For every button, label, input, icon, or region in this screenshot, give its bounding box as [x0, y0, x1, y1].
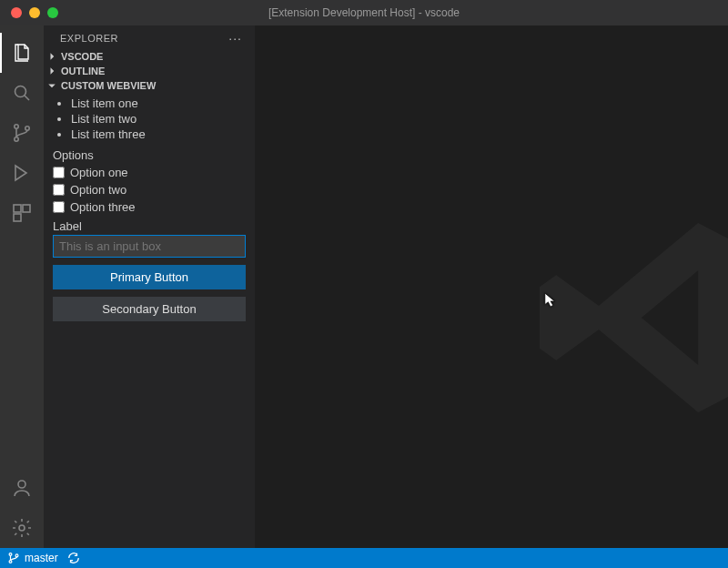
svg-point-9 [9, 553, 12, 556]
svg-rect-4 [14, 205, 21, 212]
svg-point-2 [15, 137, 18, 141]
primary-button[interactable]: Primary Button [53, 265, 246, 289]
branch-icon [7, 552, 20, 564]
status-sync[interactable] [67, 552, 80, 564]
section-label: OUTLINE [61, 66, 105, 76]
secondary-button[interactable]: Secondary Button [53, 297, 246, 321]
list-item: List item one [71, 96, 246, 112]
files-icon [11, 42, 33, 64]
branch-icon [11, 122, 33, 144]
svg-rect-6 [14, 214, 21, 221]
svg-point-8 [19, 525, 25, 531]
mouse-cursor-icon [544, 292, 557, 311]
account-icon [11, 477, 33, 499]
webview-text-input[interactable] [53, 235, 246, 258]
gear-icon [11, 517, 33, 539]
activity-settings[interactable] [0, 508, 44, 548]
svg-point-7 [18, 481, 25, 488]
option-checkbox-3[interactable] [53, 201, 65, 213]
option-row[interactable]: Option two [53, 181, 246, 198]
sidebar-header: EXPLORER ··· [44, 25, 255, 49]
chevron-down-icon [46, 80, 58, 91]
status-branch[interactable]: master [7, 552, 58, 564]
activity-extensions[interactable] [0, 193, 44, 233]
activity-search[interactable] [0, 73, 44, 113]
svg-point-0 [15, 86, 26, 97]
svg-point-11 [15, 554, 18, 557]
editor-area [255, 25, 728, 548]
activity-run-debug[interactable] [0, 153, 44, 193]
options-heading: Options [53, 148, 246, 162]
window-title: [Extension Development Host] - vscode [0, 6, 728, 19]
chevron-right-icon [46, 66, 58, 76]
activity-explorer[interactable] [0, 33, 44, 73]
svg-rect-5 [23, 205, 30, 212]
main-area: EXPLORER ··· VSCODE OUTLINE CUSTOM WEBVI… [0, 25, 728, 548]
play-bug-icon [11, 162, 33, 184]
section-vscode[interactable]: VSCODE [44, 49, 255, 64]
list-item: List item two [71, 112, 246, 127]
sidebar-title: EXPLORER [60, 33, 118, 44]
option-checkbox-1[interactable] [53, 167, 65, 178]
vscode-watermark [528, 199, 728, 439]
section-label: CUSTOM WEBVIEW [61, 80, 156, 91]
svg-point-1 [15, 125, 18, 128]
title-bar: [Extension Development Host] - vscode [0, 0, 728, 25]
option-row[interactable]: Option one [53, 164, 246, 181]
activity-accounts[interactable] [0, 468, 44, 508]
webview-list: List item one List item two List item th… [53, 96, 246, 143]
maximize-window-icon[interactable] [47, 7, 58, 18]
activity-source-control[interactable] [0, 113, 44, 153]
section-custom-webview[interactable]: CUSTOM WEBVIEW [44, 78, 255, 93]
sync-icon [67, 552, 80, 564]
section-outline[interactable]: OUTLINE [44, 64, 255, 78]
option-checkbox-2[interactable] [53, 184, 65, 196]
explorer-sidebar: EXPLORER ··· VSCODE OUTLINE CUSTOM WEBVI… [44, 25, 255, 548]
section-label: VSCODE [61, 51, 103, 62]
option-label: Option one [70, 166, 128, 179]
input-label: Label [53, 219, 246, 233]
option-row[interactable]: Option three [53, 198, 246, 216]
window-controls [0, 7, 58, 18]
svg-point-3 [25, 127, 29, 130]
custom-webview-content: List item one List item two List item th… [44, 93, 255, 330]
extensions-icon [11, 202, 33, 224]
minimize-window-icon[interactable] [29, 7, 40, 18]
activity-bar [0, 25, 44, 548]
list-item: List item three [71, 127, 246, 143]
close-window-icon[interactable] [11, 7, 22, 18]
status-bar: master [0, 548, 728, 568]
status-branch-name: master [25, 552, 58, 564]
option-label: Option two [70, 183, 126, 197]
search-icon [11, 82, 33, 104]
more-actions-icon[interactable]: ··· [228, 31, 244, 46]
option-label: Option three [70, 200, 136, 214]
chevron-right-icon [46, 51, 58, 62]
